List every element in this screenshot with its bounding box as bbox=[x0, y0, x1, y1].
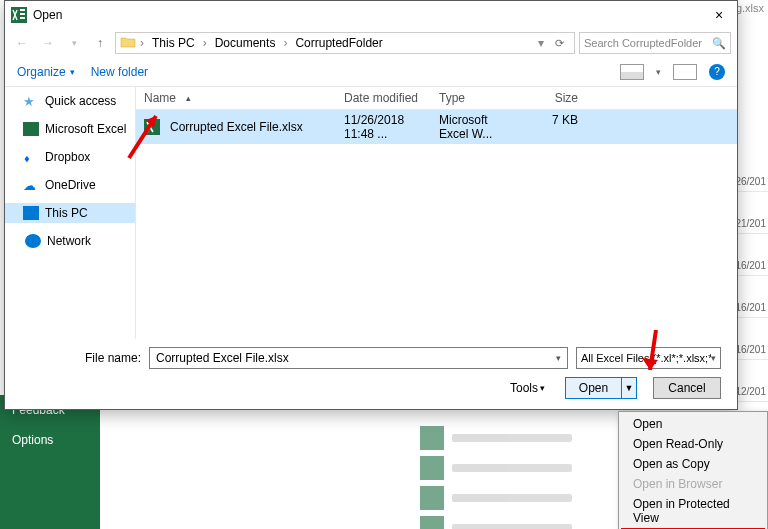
bg-options: Options bbox=[0, 425, 100, 455]
sidebar-item-excel[interactable]: Microsoft Excel bbox=[5, 119, 135, 139]
bg-filename: g.xlsx bbox=[736, 2, 764, 14]
menu-open-copy[interactable]: Open as Copy bbox=[621, 454, 765, 474]
filename-input[interactable]: Corrupted Excel File.xlsx ▾ bbox=[149, 347, 568, 369]
nav-sidebar: ★Quick access Microsoft Excel ⬧Dropbox ☁… bbox=[5, 87, 135, 339]
sidebar-item-network[interactable]: Network bbox=[5, 231, 135, 251]
nav-back-button[interactable]: ← bbox=[11, 32, 33, 54]
folder-icon bbox=[120, 35, 136, 52]
menu-open-readonly[interactable]: Open Read-Only bbox=[621, 434, 765, 454]
search-placeholder: Search CorruptedFolder bbox=[584, 37, 702, 49]
menu-open-protected[interactable]: Open in Protected View bbox=[621, 494, 765, 528]
file-type: Microsoft Excel W... bbox=[431, 110, 526, 144]
dropdown-icon[interactable]: ▾ bbox=[556, 353, 561, 363]
svg-rect-3 bbox=[20, 17, 25, 19]
pc-icon bbox=[23, 206, 39, 220]
open-dropdown-button[interactable]: ▼ bbox=[621, 377, 637, 399]
filetype-combo[interactable]: All Excel Files (*.xl*;*.xlsx;*.xlsm; ▾ bbox=[576, 347, 721, 369]
filename-label: File name: bbox=[21, 351, 141, 365]
cloud-icon: ☁ bbox=[23, 178, 39, 192]
network-icon bbox=[25, 234, 41, 248]
svg-rect-1 bbox=[20, 9, 25, 11]
excel-app-icon bbox=[11, 7, 27, 23]
file-date: 11/26/2018 11:48 ... bbox=[336, 110, 431, 144]
sidebar-item-onedrive[interactable]: ☁OneDrive bbox=[5, 175, 135, 195]
excel-icon bbox=[23, 122, 39, 136]
background-recent-files bbox=[420, 420, 620, 529]
nav-up-button[interactable]: ↑ bbox=[89, 32, 111, 54]
open-dialog: Open × ← → ▾ ↑ › This PC › Documents › C… bbox=[4, 0, 738, 410]
dialog-title: Open bbox=[33, 8, 701, 22]
organize-button[interactable]: Organize▾ bbox=[17, 65, 75, 79]
column-type[interactable]: Type bbox=[431, 87, 526, 109]
nav-bar: ← → ▾ ↑ › This PC › Documents › Corrupte… bbox=[5, 29, 737, 57]
nav-forward-button[interactable]: → bbox=[37, 32, 59, 54]
preview-pane-button[interactable] bbox=[673, 64, 697, 80]
column-date[interactable]: Date modified bbox=[336, 87, 431, 109]
cancel-button[interactable]: Cancel bbox=[653, 377, 721, 399]
excel-file-icon bbox=[144, 119, 160, 135]
file-name: Corrupted Excel File.xlsx bbox=[170, 120, 303, 134]
star-icon: ★ bbox=[23, 94, 39, 108]
column-name[interactable]: Name▴ bbox=[136, 87, 336, 109]
crumb-corruptedfolder[interactable]: CorruptedFolder bbox=[291, 36, 386, 50]
background-excel-sidebar: Feedback Options bbox=[0, 395, 100, 529]
new-folder-button[interactable]: New folder bbox=[91, 65, 148, 79]
sidebar-item-this-pc[interactable]: This PC bbox=[5, 203, 135, 223]
svg-rect-4 bbox=[144, 119, 160, 135]
breadcrumb[interactable]: › This PC › Documents › CorruptedFolder … bbox=[115, 32, 575, 54]
tools-button[interactable]: Tools▾ bbox=[510, 381, 545, 395]
search-icon: 🔍 bbox=[712, 37, 726, 50]
search-input[interactable]: Search CorruptedFolder 🔍 bbox=[579, 32, 731, 54]
file-row[interactable]: Corrupted Excel File.xlsx 11/26/2018 11:… bbox=[136, 110, 737, 144]
file-size: 7 KB bbox=[526, 110, 586, 144]
titlebar: Open × bbox=[5, 1, 737, 29]
nav-recent-button[interactable]: ▾ bbox=[63, 32, 85, 54]
file-list: Name▴ Date modified Type Size Corrupted … bbox=[135, 87, 737, 339]
breadcrumb-dropdown-icon[interactable]: ▾ bbox=[536, 36, 546, 50]
view-mode-button[interactable] bbox=[620, 64, 644, 80]
crumb-this-pc[interactable]: This PC bbox=[148, 36, 199, 50]
sidebar-item-quick-access[interactable]: ★Quick access bbox=[5, 91, 135, 111]
column-size[interactable]: Size bbox=[526, 87, 586, 109]
close-button[interactable]: × bbox=[707, 7, 731, 23]
help-button[interactable]: ? bbox=[709, 64, 725, 80]
crumb-documents[interactable]: Documents bbox=[211, 36, 280, 50]
open-dropdown-menu: Open Open Read-Only Open as Copy Open in… bbox=[618, 411, 768, 529]
open-split-button[interactable]: Open ▼ bbox=[565, 377, 637, 399]
dialog-footer: File name: Corrupted Excel File.xlsx ▾ A… bbox=[5, 339, 737, 409]
sidebar-item-dropbox[interactable]: ⬧Dropbox bbox=[5, 147, 135, 167]
svg-rect-2 bbox=[20, 13, 25, 15]
dropdown-icon[interactable]: ▾ bbox=[711, 353, 716, 363]
dropbox-icon: ⬧ bbox=[23, 150, 39, 164]
menu-open-browser: Open in Browser bbox=[621, 474, 765, 494]
menu-open[interactable]: Open bbox=[621, 414, 765, 434]
open-button[interactable]: Open bbox=[565, 377, 621, 399]
refresh-button[interactable]: ⟳ bbox=[548, 32, 570, 54]
toolbar: Organize▾ New folder ▾ ? bbox=[5, 57, 737, 87]
sort-indicator-icon: ▴ bbox=[186, 93, 191, 103]
file-list-header: Name▴ Date modified Type Size bbox=[136, 87, 737, 110]
